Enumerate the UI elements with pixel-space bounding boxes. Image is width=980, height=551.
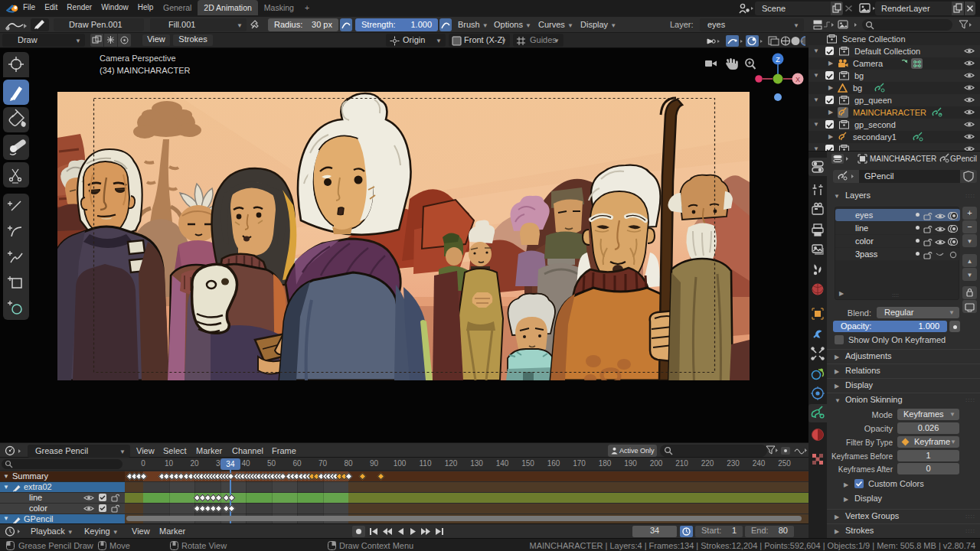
svg-text:X: X — [795, 76, 800, 83]
svg-text:Z: Z — [776, 56, 780, 64]
